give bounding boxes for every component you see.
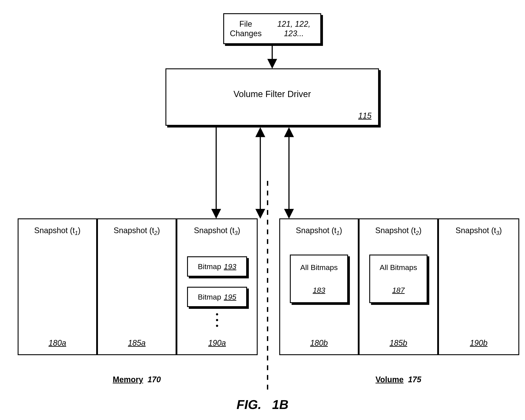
driver-title: Volume Filter Driver [166, 89, 378, 99]
file-changes-refs-line1: 121, 122, [277, 19, 310, 28]
volume-container: Snapshot (t1) All Bitmaps 183 180b Snaps… [279, 218, 517, 355]
file-changes-refs-line2: 123... [284, 29, 304, 38]
volume-snap2-title: Snapshot (t2) [360, 226, 437, 236]
bitmap-193-label: Bitmap [198, 262, 221, 271]
ellipsis-dots-icon [177, 312, 257, 329]
figure-label: FIG. 1B [0, 397, 525, 412]
driver-ref: 115 [358, 111, 372, 121]
all-bitmaps-183-ref: 183 [291, 286, 347, 294]
file-changes-label-line1: File [239, 19, 252, 28]
memory-container: Snapshot (t1) 180a Snapshot (t2) 185a Sn… [18, 218, 256, 355]
memory-snap2-title: Snapshot (t2) [98, 226, 176, 236]
volume-snapshot-t2: Snapshot (t2) All Bitmaps 187 185b [359, 218, 438, 355]
file-changes-box: File Changes 121, 122, 123... [223, 13, 321, 44]
arrows-overlay [0, 0, 525, 420]
memory-snap1-title: Snapshot (t1) [19, 226, 96, 236]
memory-snap1-ref: 180a [19, 338, 96, 348]
memory-label: Memory 170 [18, 375, 256, 384]
bitmap-195-box: Bitmap 195 [187, 287, 247, 307]
volume-filter-driver-box: Volume Filter Driver 115 [165, 68, 379, 126]
memory-snapshot-t1: Snapshot (t1) 180a [18, 218, 97, 355]
volume-label: Volume 175 [279, 375, 517, 384]
memory-snapshot-t3: Snapshot (t3) Bitmap 193 Bitmap 195 190a [177, 218, 258, 355]
volume-snap1-ref: 180b [280, 338, 358, 348]
volume-snap2-ref: 185b [360, 338, 437, 348]
volume-snap3-ref: 190b [439, 338, 518, 348]
memory-snapshot-t2: Snapshot (t2) 185a [97, 218, 177, 355]
bitmap-195-label: Bitmap [198, 293, 221, 301]
all-bitmaps-187-label: All Bitmaps [370, 263, 427, 272]
volume-snapshot-t1: Snapshot (t1) All Bitmaps 183 180b [279, 218, 359, 355]
bitmap-193-ref: 193 [224, 262, 236, 271]
file-changes-label-line2: Changes [230, 29, 262, 38]
all-bitmaps-187-box: All Bitmaps 187 [369, 255, 428, 303]
volume-snap3-title: Snapshot (t3) [439, 226, 518, 236]
bitmap-195-ref: 195 [224, 293, 236, 301]
all-bitmaps-183-label: All Bitmaps [291, 263, 347, 272]
all-bitmaps-183-box: All Bitmaps 183 [290, 255, 348, 303]
memory-snap2-ref: 185a [98, 338, 176, 348]
memory-snap3-title: Snapshot (t3) [177, 226, 257, 236]
bitmap-193-box: Bitmap 193 [187, 256, 247, 277]
volume-snap1-title: Snapshot (t1) [280, 226, 358, 236]
memory-snap3-ref: 190a [177, 338, 257, 348]
volume-snapshot-t3: Snapshot (t3) 190b [438, 218, 519, 355]
all-bitmaps-187-ref: 187 [370, 286, 427, 294]
